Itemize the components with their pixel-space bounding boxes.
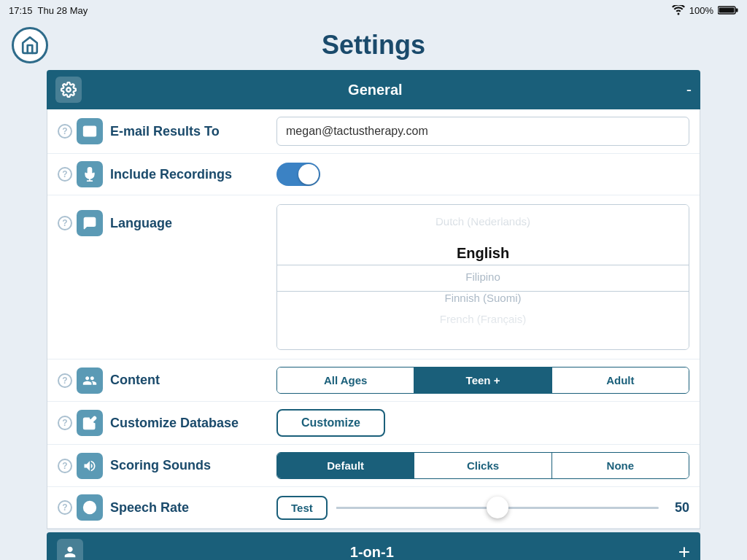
settings-body: ? E-mail Results To ? xyxy=(47,109,700,529)
lang-spacer xyxy=(277,232,689,241)
speech-rate-value: 50 xyxy=(667,500,689,516)
collapse-button[interactable]: - xyxy=(686,80,692,99)
picker-line-bottom xyxy=(277,291,689,292)
email-input[interactable] xyxy=(276,117,689,146)
general-section-header: General - xyxy=(47,70,700,109)
content-control: All Ages Teen + Adult xyxy=(276,367,689,394)
recordings-row-left: ? Include Recordings xyxy=(58,161,276,187)
scoring-sounds-row: ? Scoring Sounds Default Clicks None xyxy=(47,445,700,487)
svg-rect-2 xyxy=(719,8,735,13)
content-label: Content xyxy=(110,373,160,388)
speech-rate-inner: Test 50 xyxy=(276,496,689,520)
recordings-label: Include Recordings xyxy=(110,167,232,182)
page-header: Settings xyxy=(0,20,747,70)
content-row-left: ? Content xyxy=(58,368,276,394)
battery-text: 100% xyxy=(689,5,713,16)
speech-rate-label: Speech Rate xyxy=(110,500,189,516)
customize-row-icon xyxy=(77,410,103,436)
scoring-sounds-row-left: ? Scoring Sounds xyxy=(58,453,276,479)
content-segmented: All Ages Teen + Adult xyxy=(276,367,689,394)
speech-rate-row: ? Speech Rate Test xyxy=(47,487,700,529)
one-on-one-title: 1-on-1 xyxy=(92,544,652,561)
content-teen-plus[interactable]: Teen + xyxy=(414,368,551,393)
customize-row: ? Customize Database Customize xyxy=(47,402,700,445)
home-button[interactable] xyxy=(12,27,48,63)
customize-row-left: ? Customize Database xyxy=(58,410,276,436)
lang-option-french[interactable]: French (Français) xyxy=(277,308,689,330)
language-help-icon[interactable]: ? xyxy=(58,216,72,230)
page-title: Settings xyxy=(322,30,425,61)
scoring-sounds-label: Scoring Sounds xyxy=(110,458,211,473)
scoring-sounds-control: Default Clicks None xyxy=(276,452,689,479)
recordings-toggle[interactable] xyxy=(276,163,320,186)
speech-rate-help-icon[interactable]: ? xyxy=(58,500,72,515)
language-row-icon xyxy=(77,210,103,236)
language-control: Dutch (Nederlands) English Filipino Finn… xyxy=(276,204,689,350)
email-row-left: ? E-mail Results To xyxy=(58,118,276,144)
speech-rate-slider-container xyxy=(336,497,659,518)
slider-thumb[interactable] xyxy=(487,497,508,518)
content-row: ? Content All Ages Teen + Adult xyxy=(47,359,700,402)
general-section-icon xyxy=(55,77,82,103)
email-row: ? E-mail Results To xyxy=(47,109,700,154)
picker-line-top xyxy=(277,265,689,265)
language-label: Language xyxy=(110,216,172,231)
scoring-help-icon[interactable]: ? xyxy=(58,459,72,473)
svg-point-3 xyxy=(66,88,71,92)
scoring-none[interactable]: None xyxy=(551,453,689,478)
toggle-knob xyxy=(298,164,319,184)
battery-icon xyxy=(718,5,738,15)
content-all-ages[interactable]: All Ages xyxy=(277,368,414,393)
status-time: 17:15 Thu 28 May xyxy=(9,5,88,16)
email-label: E-mail Results To xyxy=(110,124,220,139)
one-on-one-icon xyxy=(57,539,83,560)
expand-button[interactable]: + xyxy=(678,540,690,560)
language-options: Dutch (Nederlands) English Filipino Finn… xyxy=(277,205,689,335)
one-on-one-section: 1-on-1 + xyxy=(47,532,700,560)
lang-option-filipino[interactable]: Filipino xyxy=(277,266,689,287)
language-row: ? Language Dutch (Nederlands) English xyxy=(47,195,700,359)
email-control xyxy=(276,117,689,146)
recordings-row-icon xyxy=(77,161,103,187)
scoring-clicks[interactable]: Clicks xyxy=(414,453,551,478)
status-right: 100% xyxy=(672,5,738,16)
speech-rate-row-left: ? Speech Rate xyxy=(58,494,276,521)
general-title: General xyxy=(90,82,660,98)
speech-rate-control: Test 50 xyxy=(276,496,689,520)
email-row-icon xyxy=(77,118,103,144)
recordings-control xyxy=(276,163,689,186)
slider-fill xyxy=(336,507,498,509)
customize-button[interactable]: Customize xyxy=(276,409,385,437)
customize-control: Customize xyxy=(276,409,689,437)
recordings-row: ? Include Recordings xyxy=(47,154,700,195)
lang-option-dutch[interactable]: Dutch (Nederlands) xyxy=(277,211,689,232)
customize-help-icon[interactable]: ? xyxy=(58,416,72,430)
scoring-row-icon xyxy=(77,453,103,479)
language-row-left: ? Language xyxy=(58,204,276,236)
scoring-default[interactable]: Default xyxy=(277,453,414,478)
svg-rect-1 xyxy=(736,9,738,12)
scoring-segmented: Default Clicks None xyxy=(276,452,689,479)
content-row-icon xyxy=(77,368,103,394)
recordings-help-icon[interactable]: ? xyxy=(58,167,72,182)
status-bar: 17:15 Thu 28 May 100% xyxy=(0,0,747,20)
customize-label: Customize Database xyxy=(110,416,239,431)
language-picker[interactable]: Dutch (Nederlands) English Filipino Finn… xyxy=(276,204,689,350)
content-adult[interactable]: Adult xyxy=(551,368,689,393)
email-help-icon[interactable]: ? xyxy=(58,124,72,139)
speech-rate-row-icon xyxy=(77,494,103,521)
test-button[interactable]: Test xyxy=(276,496,328,520)
lang-option-english[interactable]: English xyxy=(277,241,689,266)
content-help-icon[interactable]: ? xyxy=(58,373,72,388)
wifi-icon xyxy=(672,5,685,15)
main-content: General - ? E-mail Results To xyxy=(0,70,747,560)
